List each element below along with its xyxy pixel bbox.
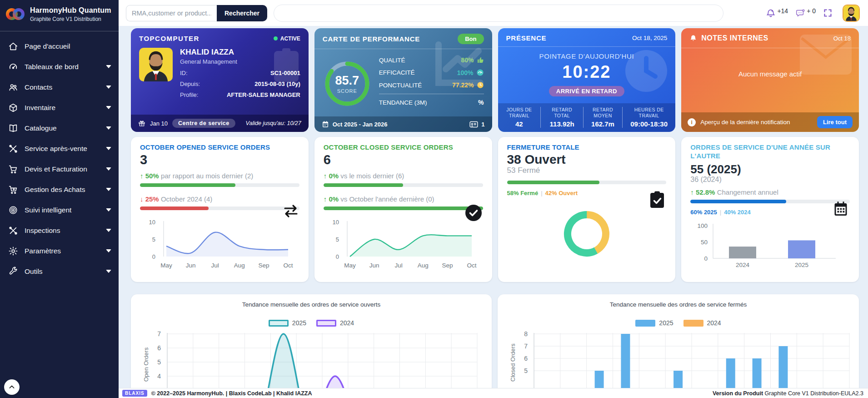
- sidebar-item-parametres[interactable]: Paramètres: [0, 241, 119, 261]
- opened-progress-year: [140, 207, 299, 210]
- global-search-input[interactable]: [274, 5, 723, 22]
- internal-notes-card: NOTES INTERNES Oct 18 Aucun message acti…: [681, 28, 859, 132]
- sidebar-item-accueil[interactable]: Page d'accueil: [0, 36, 119, 56]
- profile-row-since: Depuis:2015-08-03 (10y): [180, 81, 300, 87]
- legend-2024-swatch: [316, 320, 336, 327]
- notes-card-footer: i Aperçu de la dernière notification Lir…: [681, 112, 859, 132]
- calendar-icon: [322, 121, 329, 128]
- performance-period: Oct 2025 - Jan 2026: [333, 121, 388, 128]
- anniversary-date: Jan 10: [150, 120, 168, 127]
- search-input[interactable]: [126, 5, 217, 21]
- stat-avg-delay: RETARD MOYEN 162.7m: [583, 107, 622, 128]
- trend-value: %: [478, 99, 484, 106]
- sidebar-item-catalogue[interactable]: Catalogue: [0, 118, 119, 138]
- dashboard-gauge-icon: [8, 62, 18, 72]
- score-value: 85.7: [335, 74, 359, 88]
- sidebar-item-outils[interactable]: Outils: [0, 261, 119, 282]
- scroll-top-button[interactable]: [4, 379, 20, 395]
- closed-orders-card: OCTOBER CLOSED SERVICE ORDERS 6 ↑ 0% vs …: [314, 137, 492, 282]
- topbar: Rechercher +14 + 0: [119, 0, 868, 26]
- sidebar-item-inspections[interactable]: Inspections: [0, 220, 119, 241]
- calendar-icon: [833, 201, 849, 217]
- chevron-down-icon: [106, 147, 111, 150]
- sidebar-item-achats[interactable]: Gestion des Achats: [0, 179, 119, 200]
- sidebar-item-label: Outils: [25, 267, 43, 276]
- employee-photo: [139, 48, 173, 81]
- svg-text:2025: 2025: [795, 262, 808, 268]
- notes-footer-label: Aperçu de la dernière notification: [700, 119, 790, 126]
- presence-date: Oct 18, 2025: [632, 35, 667, 41]
- monthly-opened-title: Tendance mensuelle des ordres de service…: [140, 301, 483, 308]
- app-logo-block[interactable]: HarmonyHub Quantum Graphite Core V1 Dist…: [0, 0, 119, 28]
- profile-row-profile: Profile:AFTER-SALES MANAGER: [180, 91, 300, 98]
- notifications-button[interactable]: +14: [766, 8, 788, 18]
- sidebar-item-suivi[interactable]: Suivi intelligent: [0, 200, 119, 220]
- sidebar-item-label: Service après-vente: [25, 145, 87, 153]
- sidebar-item-label: Gestion des Achats: [25, 186, 85, 194]
- messages-count: + 0: [807, 7, 816, 15]
- blaxis-badge: BLAXIS: [122, 390, 147, 397]
- svg-text:10: 10: [332, 219, 339, 226]
- search-button[interactable]: Rechercher: [217, 5, 267, 21]
- svg-text:50: 50: [701, 239, 708, 246]
- sidebar-item-inventaire[interactable]: Inventaire: [0, 97, 119, 118]
- messages-button[interactable]: + 0: [795, 8, 816, 18]
- product-version: Version du Produit Graphite Core V1 Dist…: [713, 390, 863, 397]
- sidebar: HarmonyHub Quantum Graphite Core V1 Dist…: [0, 0, 119, 398]
- monthly-closed-chart: 8765Closed Orders: [507, 329, 856, 388]
- bell-icon: [689, 35, 697, 42]
- app-logo-infinity-icon: [5, 6, 25, 22]
- profile-card: TOPCOMPUTER ACTIVE KHALID IAZZA General …: [131, 28, 309, 132]
- read-all-button[interactable]: Lire tout: [817, 116, 853, 128]
- yoy-bar-chart: 10050020242025: [690, 220, 840, 269]
- closed-progress-year: [324, 207, 483, 210]
- bell-icon: [766, 8, 776, 18]
- svg-text:100: 100: [698, 222, 708, 229]
- yoy-split: 60% 2025|40% 2024: [690, 209, 850, 216]
- chat-icon: [795, 8, 805, 18]
- metric-quality: QUALITÉ 80%: [379, 56, 484, 64]
- fullscreen-icon[interactable]: [823, 8, 833, 18]
- svg-text:8: 8: [524, 330, 528, 338]
- sidebar-divider: [0, 31, 119, 31]
- stat-work-hours: HEURES DE TRAVAIL 09:00-18:30: [622, 107, 675, 128]
- sidebar-item-label: Devis et Facturation: [25, 165, 87, 173]
- metric-efficiency: EFFICACITÉ 100%: [379, 69, 484, 76]
- svg-text:Jun: Jun: [186, 262, 196, 269]
- stat-total-delay: RETARD TOTAL 113.92h: [540, 107, 583, 128]
- closed-orders-title: OCTOBER CLOSED SERVICE ORDERS: [324, 143, 483, 151]
- svg-text:5: 5: [336, 236, 339, 243]
- svg-text:Sep: Sep: [258, 262, 269, 269]
- total-closure-card: FERMETURE TOTALE 38 Ouvert 53 Fermé 58% …: [498, 137, 676, 282]
- score-gauge: 85.7 SCORE: [323, 59, 372, 108]
- performance-badge: Bon: [458, 34, 484, 44]
- info-icon: i: [688, 118, 696, 126]
- chevron-down-icon: [106, 65, 111, 68]
- sidebar-item-tableaux[interactable]: Tableaux de bord: [0, 56, 119, 77]
- opened-orders-card: OCTOBER OPENED SERVICE ORDERS 3 ↑ 50% pa…: [131, 137, 309, 282]
- metric-punctuality: PONCTUALITÉ 77.22%: [379, 81, 484, 89]
- svg-text:Aug: Aug: [418, 262, 429, 269]
- sidebar-item-sav[interactable]: Service après-vente: [0, 138, 119, 159]
- svg-text:5: 5: [152, 236, 155, 243]
- stat-work-days: JOURS DE TRAVAIL 42: [498, 107, 541, 128]
- closed-compare-month: ↑ 0% vs le mois dernier (6): [324, 172, 483, 180]
- svg-text:7: 7: [157, 330, 161, 338]
- yoy-value: 55 (2025): [690, 162, 850, 176]
- tools-icon: [8, 144, 18, 154]
- closure-closed-value: 53 Fermé: [507, 166, 667, 175]
- svg-text:May: May: [160, 262, 172, 269]
- closed-compare-year: ↑ 0% vs October l'année dernière (0): [324, 195, 483, 203]
- sidebar-item-contacts[interactable]: Contacts: [0, 77, 119, 97]
- trend-row: TENDANCE (3M) %: [379, 99, 484, 106]
- svg-text:Jul: Jul: [211, 262, 219, 269]
- yoy-change: ↑ 52.8% Changement annuel: [690, 188, 850, 196]
- gauge-icon: [476, 69, 484, 76]
- company-name: TOPCOMPUTER: [139, 35, 200, 42]
- app-title: HarmonyHub Quantum: [30, 6, 111, 15]
- late-status-badge: ARRIVÉ EN RETARD: [549, 86, 624, 96]
- user-avatar[interactable]: [843, 5, 860, 22]
- closure-open-value: 38 Ouvert: [507, 152, 667, 167]
- sidebar-item-devis[interactable]: Devis et Facturation: [0, 159, 119, 179]
- closed-trend-chart: 1050MayJunJulAugSepOct: [324, 217, 478, 275]
